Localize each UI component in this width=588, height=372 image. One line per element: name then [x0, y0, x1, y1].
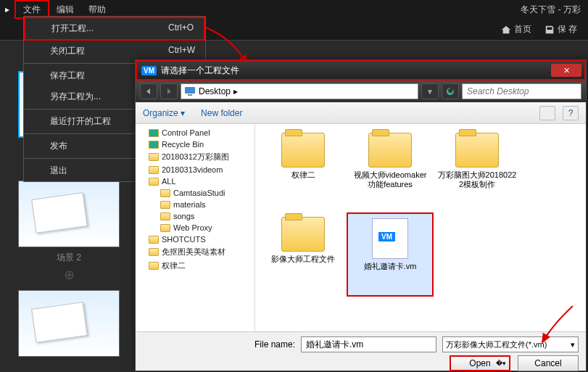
svg-rect-0: [185, 87, 195, 94]
crumb-label: Desktop: [199, 86, 231, 96]
file-area: 权律二视频大师videomaker 功能features万彩脑图大师201802…: [255, 124, 586, 331]
save-label: 保 存: [558, 23, 577, 36]
view-button[interactable]: [539, 106, 555, 120]
chevron-right-icon: ▸: [233, 86, 238, 96]
cancel-button[interactable]: Cancel: [518, 355, 579, 371]
history-button[interactable]: ▼: [421, 83, 439, 99]
file-item-vm[interactable]: 婚礼邀请卡.vm: [347, 212, 434, 297]
file-label: 视频大师videomaker 功能features: [347, 170, 434, 189]
file-menu-item[interactable]: 关闭工程Ctrl+W: [24, 41, 205, 62]
new-folder-button[interactable]: New folder: [201, 108, 242, 118]
tree-item[interactable]: Recycle Bin: [136, 139, 254, 150]
close-button[interactable]: ✕: [551, 64, 581, 77]
folder-icon: [160, 201, 170, 209]
folder-icon: [455, 133, 499, 168]
dialog-footer: File name: 万彩影像大师工程文件(*.vm)▾ Open�▾ Canc…: [136, 331, 586, 371]
filename-input[interactable]: [301, 336, 436, 352]
dialog-titlebar: VM 请选择一个工程文件 ✕: [136, 60, 586, 80]
dialog-title: 请选择一个工程文件: [161, 65, 239, 77]
back-button[interactable]: [140, 83, 157, 99]
arrow-right-icon: [165, 87, 173, 96]
annotation-arrow: [538, 303, 581, 354]
add-scene-icon[interactable]: ⊕: [0, 267, 138, 283]
file-label: 婚礼邀请卡.vm: [348, 262, 432, 271]
folder-icon: [160, 189, 170, 197]
file-label: 万彩脑图大师20180222模板制作: [434, 170, 521, 189]
tree-item[interactable]: 免抠图美美哒素材: [136, 245, 254, 259]
tree-item[interactable]: CamtasiaStudi: [136, 187, 254, 199]
folder-item[interactable]: 视频大师videomaker 功能features: [347, 128, 434, 212]
organize-button[interactable]: Organize ▾: [143, 108, 185, 118]
scene-card[interactable]: 场景 2: [18, 181, 120, 264]
folder-icon: [149, 248, 159, 256]
play-icon: ▸: [0, 4, 15, 15]
filename-label: File name:: [143, 339, 295, 350]
arrow-left-icon: [144, 87, 153, 96]
tree-item[interactable]: 20180312万彩脑图: [136, 150, 254, 164]
folder-item[interactable]: 万彩脑图大师20180222模板制作: [434, 128, 521, 212]
chevron-down-icon: ▼: [426, 88, 434, 96]
tree-item[interactable]: Control Panel: [136, 127, 254, 139]
folder-icon: [281, 133, 325, 168]
tree-item[interactable]: songs: [136, 210, 254, 222]
folder-icon: [149, 166, 159, 174]
search-input[interactable]: [462, 83, 581, 99]
tree-item[interactable]: 20180313videom: [136, 164, 254, 175]
refresh-button[interactable]: [442, 83, 459, 99]
file-label: 权律二: [260, 170, 347, 180]
folder-icon: [149, 178, 159, 186]
folder-item[interactable]: 影像大师工程文件: [260, 212, 347, 297]
open-button[interactable]: Open�▾: [450, 355, 510, 371]
desktop-icon: [184, 86, 196, 96]
chevron-down-icon: �▾: [496, 360, 506, 367]
tree-item[interactable]: 权律二: [136, 259, 254, 273]
home-icon: [501, 25, 511, 35]
tree-item[interactable]: ALL: [136, 175, 254, 187]
scene-label: 场景 2: [18, 252, 120, 264]
folder-icon: [149, 262, 159, 270]
breadcrumb[interactable]: Desktop ▸: [181, 83, 418, 99]
home-button[interactable]: 首页: [501, 23, 531, 36]
folder-icon: [149, 129, 159, 137]
refresh-icon: [446, 87, 455, 96]
dialog-nav: Desktop ▸ ▼: [136, 80, 586, 102]
dialog-toolbar: Organize ▾ New folder ?: [136, 102, 586, 124]
tree-item[interactable]: Web Proxy: [136, 222, 254, 233]
file-menu-item[interactable]: 打开工程...Ctrl+O: [24, 17, 205, 41]
folder-icon: [160, 224, 170, 232]
help-button[interactable]: ?: [563, 106, 579, 120]
folder-icon: [149, 236, 159, 244]
folder-tree: Control PanelRecycle Bin20180312万彩脑图2018…: [136, 124, 255, 331]
folder-icon: [160, 212, 170, 220]
folder-icon: [149, 141, 159, 149]
tree-item[interactable]: materials: [136, 199, 254, 210]
forward-button[interactable]: [160, 83, 178, 99]
open-file-dialog: VM 请选择一个工程文件 ✕ Desktop ▸ ▼ Organize ▾ Ne…: [135, 59, 587, 371]
folder-icon: [368, 133, 412, 168]
save-icon: [544, 25, 555, 35]
folder-icon: [149, 153, 159, 161]
file-label: 影像大师工程文件: [260, 255, 347, 264]
folder-item[interactable]: 权律二: [260, 128, 347, 212]
vm-file-icon: [372, 218, 408, 259]
vm-badge-icon: VM: [141, 66, 157, 75]
tree-item[interactable]: SHOTCUTS: [136, 233, 254, 245]
folder-icon: [281, 217, 325, 252]
save-button[interactable]: 保 存: [544, 23, 577, 36]
scene-card[interactable]: [18, 290, 120, 357]
svg-rect-1: [188, 94, 192, 96]
app-title: 冬天下雪 - 万彩: [521, 4, 581, 16]
home-label: 首页: [514, 23, 531, 36]
